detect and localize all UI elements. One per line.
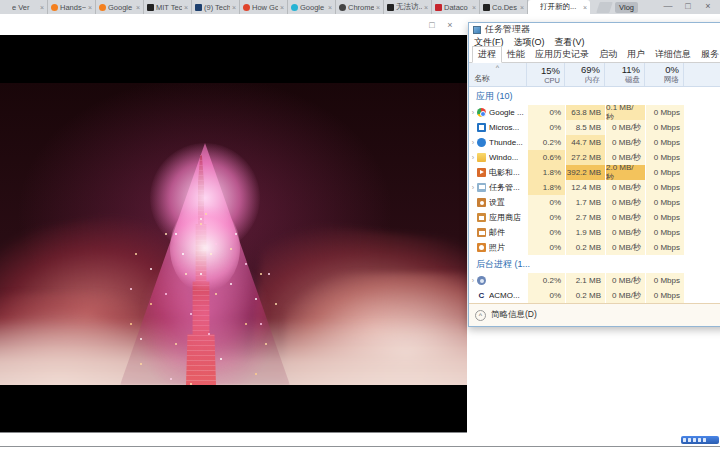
expander-icon[interactable]: ›: [469, 109, 477, 116]
process-name-cell: ›Google ...: [469, 105, 527, 120]
table-row[interactable]: CACMO...0%0.2 MB0 MB/秒0 Mbps: [469, 288, 720, 303]
column-header-disk[interactable]: 11% 磁盘: [605, 63, 645, 86]
table-row[interactable]: ›Windo...0.6%27.2 MB0 MB/秒0 Mbps: [469, 150, 720, 165]
process-name: Micros...: [489, 123, 519, 132]
sort-asc-icon: ^: [496, 64, 499, 71]
metric-cell: 0.6%: [528, 150, 565, 165]
process-name: 邮件: [489, 227, 505, 238]
process-name: 电影和...: [489, 167, 520, 178]
tab-close-icon[interactable]: ×: [472, 4, 476, 11]
tab-item[interactable]: 服务: [696, 47, 720, 62]
tab-item[interactable]: 性能: [502, 47, 530, 62]
taskmgr-icon: [477, 183, 486, 192]
process-name-cell: ›Windo...: [469, 150, 527, 165]
metric-cell: 0 MB/秒: [606, 135, 645, 150]
browser-tab[interactable]: 无法访...×: [384, 0, 432, 14]
column-header-memory[interactable]: 69% 内存: [565, 63, 605, 86]
tab-item[interactable]: 应用历史记录: [530, 47, 594, 62]
metric-cell: 0 MB/秒: [606, 180, 645, 195]
metric-cell: 0 Mbps: [646, 165, 684, 180]
media-maximize-icon[interactable]: □: [424, 19, 440, 33]
store-icon: [477, 213, 486, 222]
browser-tab[interactable]: Google×: [96, 0, 144, 14]
table-row[interactable]: 电影和...1.8%392.2 MB2.0 MB/秒0 Mbps: [469, 165, 720, 180]
close-icon[interactable]: ×: [698, 0, 718, 14]
tab-label: e Ver: [12, 3, 38, 12]
expander-icon[interactable]: ›: [469, 139, 477, 146]
tab-close-icon[interactable]: ×: [232, 4, 236, 11]
video-player[interactable]: DUBAI دبي FILM: [0, 35, 467, 433]
browser-tab[interactable]: Co.Des×: [480, 0, 528, 14]
cpu-label: CPU: [544, 76, 560, 85]
section-header[interactable]: 应用 (10): [469, 87, 720, 105]
table-row[interactable]: 照片0%0.2 MB0 MB/秒0 Mbps: [469, 240, 720, 255]
browser-profile-badge[interactable]: Vlog: [615, 2, 638, 13]
browser-tab[interactable]: Chrome×: [336, 0, 384, 14]
media-close-icon[interactable]: ×: [442, 19, 458, 33]
tab-close-icon[interactable]: ×: [280, 4, 284, 11]
tab-close-icon[interactable]: ×: [424, 4, 428, 11]
section-header[interactable]: 后台进程 (1...: [469, 255, 720, 273]
metric-cell: 392.2 MB: [566, 165, 605, 180]
details-toggle[interactable]: ^ 简略信息(D): [469, 303, 720, 326]
browser-tab[interactable]: Hands~×: [48, 0, 96, 14]
memory-total: 69%: [581, 64, 600, 75]
table-row[interactable]: 设置0%1.7 MB0 MB/秒0 Mbps: [469, 195, 720, 210]
metric-cell: 0.1 MB/秒: [606, 105, 645, 120]
network-label: 网络: [664, 75, 679, 85]
process-name-cell: ›Thunde...: [469, 135, 527, 150]
metric-cell: 0%: [528, 120, 565, 135]
metric-cell: 0 Mbps: [646, 240, 684, 255]
browser-tab[interactable]: e Ver×: [0, 0, 48, 14]
browser-tab[interactable]: MIT Tec×: [144, 0, 192, 14]
metric-cell: 12.4 MB: [566, 180, 605, 195]
tab-label: Google: [300, 3, 326, 12]
table-row[interactable]: ›Thunde...0.2%44.7 MB0 MB/秒0 Mbps: [469, 135, 720, 150]
expander-icon[interactable]: ›: [469, 184, 477, 191]
table-row[interactable]: ›Google ...0%63.8 MB0.1 MB/秒0 Mbps: [469, 105, 720, 120]
chevron-up-icon: ^: [475, 310, 486, 321]
browser-tab[interactable]: (9) Tech×: [192, 0, 240, 14]
ime-toolbar[interactable]: [681, 436, 719, 444]
tab-close-icon[interactable]: ×: [520, 4, 524, 11]
table-row[interactable]: ›0.2%2.1 MB0 MB/秒0 Mbps: [469, 273, 720, 288]
tab-favicon-icon: [99, 4, 106, 11]
tab-item[interactable]: 启动: [594, 47, 622, 62]
table-row[interactable]: ›任务管...1.8%12.4 MB0 MB/秒0 Mbps: [469, 180, 720, 195]
browser-tab[interactable]: How Gc×: [240, 0, 288, 14]
tab-close-icon[interactable]: ×: [40, 4, 44, 11]
tab-close-icon[interactable]: ×: [88, 4, 92, 11]
disk-label: 磁盘: [625, 75, 640, 85]
table-row[interactable]: 邮件0%1.9 MB0 MB/秒0 Mbps: [469, 225, 720, 240]
column-header-cpu[interactable]: 15% CPU: [527, 63, 565, 86]
minimize-icon[interactable]: —: [658, 0, 678, 14]
tab-item[interactable]: 用户: [622, 47, 650, 62]
tab-close-icon[interactable]: ×: [328, 4, 332, 11]
tab-favicon-icon: [243, 4, 250, 11]
browser-tab[interactable]: Dataco×: [432, 0, 480, 14]
column-header-network[interactable]: 0% 网络: [645, 63, 684, 86]
browser-tab[interactable]: 打开新的...×: [528, 0, 590, 14]
gold-sparks: [205, 213, 207, 215]
task-manager-titlebar[interactable]: 任务管理器: [469, 23, 720, 36]
metric-cell: 2.0 MB/秒: [606, 165, 645, 180]
acmon-icon: C: [477, 291, 486, 300]
tab-close-icon[interactable]: ×: [376, 4, 380, 11]
maximize-icon[interactable]: □: [678, 0, 698, 14]
metric-cell: 0 Mbps: [646, 120, 684, 135]
table-row[interactable]: Micros...0%8.5 MB0 MB/秒0 Mbps: [469, 120, 720, 135]
column-header-name[interactable]: ^ 名称: [469, 63, 527, 86]
tab-favicon-icon: [147, 4, 154, 11]
expander-icon[interactable]: ›: [469, 277, 477, 284]
metric-cell: 1.8%: [528, 180, 565, 195]
tab-active[interactable]: 进程: [472, 46, 502, 63]
tab-close-icon[interactable]: ×: [583, 4, 587, 11]
tab-close-icon[interactable]: ×: [136, 4, 140, 11]
expander-icon[interactable]: ›: [469, 154, 477, 161]
tab-label: Hands~: [60, 3, 86, 12]
browser-tab[interactable]: Google×: [288, 0, 336, 14]
tab-item[interactable]: 详细信息: [650, 47, 696, 62]
section-label: 应用 (10): [469, 90, 527, 103]
table-row[interactable]: 应用商店0%2.7 MB0 MB/秒0 Mbps: [469, 210, 720, 225]
tab-close-icon[interactable]: ×: [184, 4, 188, 11]
